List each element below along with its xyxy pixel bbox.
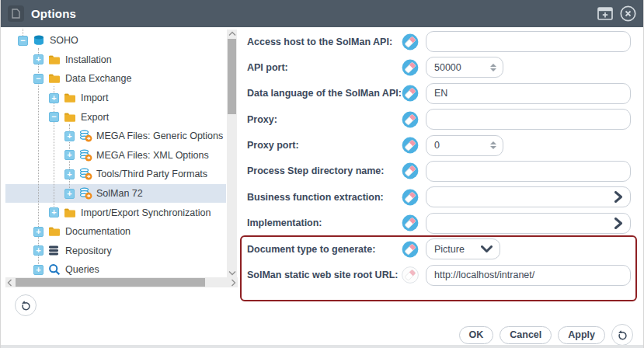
form-row-process-step-directory-name: Process Step directory name:: [247, 161, 631, 182]
tree-item-label: Data Exchange: [65, 73, 131, 84]
cancel-button[interactable]: Cancel: [500, 326, 552, 344]
implementation-picker[interactable]: [426, 213, 631, 234]
scrollbar-thumb[interactable]: [228, 39, 236, 114]
spinner-value: 50000: [434, 62, 461, 73]
field-label: Implementation:: [247, 218, 402, 228]
eraser-icon: [402, 33, 419, 50]
form-row-solman-static-web-site-root-url: SolMan static web site root URL:: [247, 265, 631, 286]
form-row-implementation: Implementation:: [247, 213, 631, 234]
tree-item-label: Tools/Third Party Formats: [96, 169, 207, 179]
eraser-icon: [402, 266, 419, 284]
access-host-to-the-solman-api-input[interactable]: [426, 31, 631, 52]
scrollbar-thumb[interactable]: [16, 278, 205, 287]
eraser-icon[interactable]: [402, 189, 419, 206]
process-step-directory-name-input[interactable]: [426, 161, 631, 182]
chevron-right-icon: [614, 191, 623, 203]
solman-static-web-site-root-url-input[interactable]: [426, 265, 631, 286]
tree-horizontal-scrollbar[interactable]: [5, 277, 238, 287]
eraser-icon: [402, 214, 419, 231]
tree-expander-plus-icon[interactable]: +: [49, 93, 59, 103]
eraser-icon: [402, 59, 419, 76]
tree-expander-minus-icon[interactable]: −: [49, 112, 59, 122]
proxy-input[interactable]: [426, 109, 631, 130]
options-dialog-icon: [8, 5, 24, 22]
scroll-up-icon[interactable]: [228, 31, 236, 37]
tree-item-label: Export: [81, 112, 109, 123]
chevron-right-icon: [614, 218, 623, 229]
eraser-icon[interactable]: [402, 214, 419, 231]
field-label: SolMan static web site root URL:: [247, 270, 402, 280]
scroll-down-icon[interactable]: [228, 270, 236, 276]
tree-expander-plus-icon[interactable]: +: [33, 54, 44, 64]
folder-icon: [48, 226, 61, 237]
eraser-icon: [402, 241, 419, 258]
tree-guide: [23, 29, 23, 36]
form-row-proxy: Proxy:: [247, 109, 631, 130]
ok-button[interactable]: OK: [459, 326, 494, 344]
export-option-icon: [79, 168, 92, 180]
tree-item-label: Queries: [65, 264, 99, 275]
form-row-proxy-port: Proxy port: 0: [247, 135, 631, 156]
field-label: Data language of the SolMan API:: [247, 88, 402, 99]
reset-icon: [616, 329, 629, 342]
reset-icon: [19, 299, 33, 312]
field-label: Proxy:: [247, 114, 402, 125]
document-type-to-generate-dropdown[interactable]: Picture: [426, 238, 500, 259]
field-label: Business function extraction:: [247, 192, 402, 203]
tree-expander-minus-icon[interactable]: −: [18, 36, 28, 46]
tree-item-label: MEGA Files: XML Options: [96, 150, 209, 161]
tree-reset-button[interactable]: [15, 294, 37, 316]
export-option-icon: [79, 149, 92, 162]
tree-expander-plus-icon[interactable]: +: [33, 245, 44, 256]
tree-item-label: Repository: [65, 245, 112, 256]
form-row-access-host-to-the-solman-api: Access host to the SolMan API:: [247, 31, 631, 52]
options-form: Access host to the SolMan API: API port:…: [247, 31, 631, 286]
data-language-of-the-solman-api-input[interactable]: [426, 83, 631, 104]
tree-item-soho[interactable]: −SOHO: [5, 31, 226, 50]
folder-icon: [48, 73, 61, 84]
business-function-extraction-picker[interactable]: [426, 186, 631, 207]
tree-expander-plus-icon[interactable]: +: [33, 265, 44, 275]
tree-item-label: Import: [81, 92, 108, 103]
detach-window-icon[interactable]: [597, 7, 613, 20]
api-port-spinner[interactable]: 50000: [426, 57, 503, 78]
field-label: Proxy port:: [247, 140, 402, 151]
tree-item-label: Installation: [65, 54, 112, 65]
tree-guide: [54, 86, 54, 213]
tree-expander-plus-icon[interactable]: +: [49, 207, 59, 218]
eraser-icon[interactable]: [402, 137, 419, 154]
eraser-icon[interactable]: [402, 241, 419, 258]
eraser-icon[interactable]: [402, 85, 419, 102]
tree-expander-plus-icon[interactable]: +: [64, 189, 75, 199]
apply-button[interactable]: Apply: [558, 326, 605, 344]
tree-expander-minus-icon[interactable]: −: [33, 74, 44, 84]
chevron-down-icon: [481, 245, 493, 253]
tree-item-label: Import/Export Synchronization: [81, 207, 211, 218]
eraser-icon[interactable]: [402, 162, 419, 179]
tree-expander-plus-icon[interactable]: +: [64, 131, 75, 141]
field-label: Process Step directory name:: [247, 165, 402, 176]
dialog-titlebar: Options: [1, 0, 644, 27]
proxy-port-spinner[interactable]: 0: [426, 135, 503, 156]
dialog-title: Options: [31, 7, 76, 20]
scroll-left-icon[interactable]: [7, 278, 12, 287]
eraser-icon[interactable]: [402, 59, 419, 76]
folder-icon: [64, 207, 77, 218]
form-reset-button[interactable]: [611, 324, 633, 346]
form-row-data-language-of-the-solman-api: Data language of the SolMan API:: [247, 83, 631, 104]
eraser-icon[interactable]: [402, 111, 419, 128]
export-option-icon: [79, 187, 92, 200]
tree-expander-plus-icon[interactable]: +: [33, 227, 44, 237]
spinner-arrows-icon[interactable]: [490, 141, 496, 149]
eraser-icon[interactable]: [402, 33, 419, 50]
tree-expander-plus-icon[interactable]: +: [64, 169, 75, 179]
database-icon: [33, 34, 46, 47]
field-label: Access host to the SolMan API:: [247, 37, 402, 47]
spinner-arrows-icon[interactable]: [490, 64, 496, 71]
tree-expander-plus-icon[interactable]: +: [64, 150, 75, 160]
dropdown-value: Picture: [434, 244, 465, 255]
close-icon[interactable]: [620, 5, 636, 22]
eraser-icon: [402, 162, 419, 179]
scroll-right-icon[interactable]: [231, 278, 236, 287]
tree-vertical-scrollbar[interactable]: [227, 30, 237, 277]
